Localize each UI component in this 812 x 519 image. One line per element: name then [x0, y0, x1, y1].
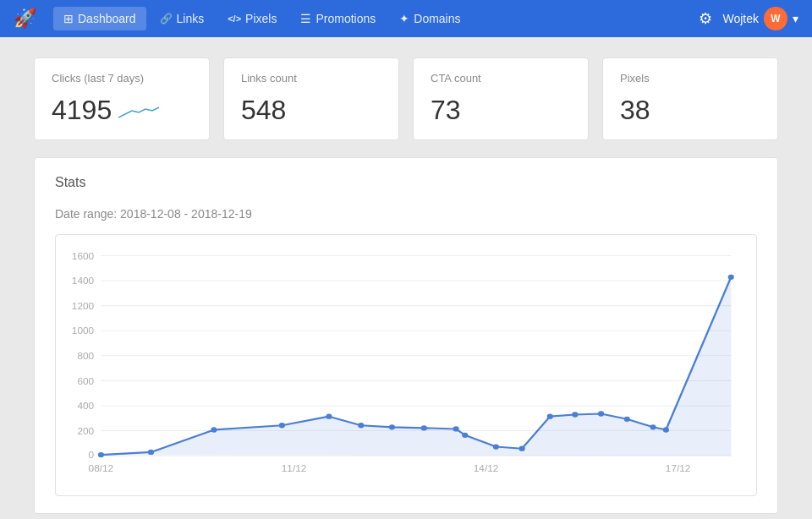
- stat-card-clicks: Clicks (last 7 days) 4195: [34, 57, 210, 140]
- nav-item-pixels[interactable]: </> Pixels: [217, 7, 287, 30]
- svg-text:800: 800: [77, 352, 94, 361]
- svg-point-32: [572, 412, 578, 417]
- sparkline-icon: [118, 102, 161, 119]
- svg-point-37: [728, 275, 734, 280]
- svg-marker-18: [101, 277, 731, 456]
- settings-icon[interactable]: ⚙: [699, 9, 712, 28]
- cta-value: 73: [431, 95, 571, 126]
- svg-text:1000: 1000: [72, 326, 94, 336]
- svg-point-36: [663, 427, 669, 432]
- nav-item-links[interactable]: 🔗 Links: [150, 7, 215, 30]
- chart-container: 1600 1400 1200 1000 800 600 400 200 0: [55, 234, 757, 496]
- cta-label: CTA count: [431, 72, 571, 85]
- stats-section: Stats Date range: 2018-12-08 - 2018-12-1…: [34, 157, 778, 514]
- line-chart: 1600 1400 1200 1000 800 600 400 200 0: [66, 249, 746, 485]
- svg-point-31: [547, 413, 553, 418]
- svg-text:1200: 1200: [72, 301, 94, 310]
- svg-point-34: [624, 417, 630, 422]
- dropdown-chevron-icon: ▾: [793, 12, 798, 25]
- clicks-value: 4195: [52, 95, 192, 126]
- link-icon: 🔗: [160, 13, 173, 25]
- clicks-label: Clicks (last 7 days): [52, 72, 192, 85]
- svg-point-27: [453, 426, 459, 431]
- svg-point-21: [211, 427, 217, 432]
- pixels-icon: </>: [228, 14, 241, 24]
- svg-point-35: [650, 424, 656, 429]
- nav-item-promotions[interactable]: ☰ Promotions: [290, 7, 386, 30]
- dashboard-icon: ⊞: [63, 12, 74, 25]
- svg-text:600: 600: [77, 376, 94, 385]
- svg-point-20: [148, 450, 154, 455]
- nav-item-dashboard[interactable]: ⊞ Dashboard: [53, 7, 146, 30]
- svg-point-33: [598, 411, 604, 416]
- domains-icon: ✦: [399, 12, 409, 25]
- svg-text:14/12: 14/12: [474, 464, 499, 473]
- nav-item-domains[interactable]: ✦ Domains: [389, 7, 470, 30]
- svg-point-30: [519, 446, 525, 451]
- svg-text:11/12: 11/12: [282, 464, 307, 473]
- pixels-value: 38: [620, 95, 760, 126]
- brand-logo[interactable]: 🚀: [14, 8, 36, 30]
- svg-text:200: 200: [77, 426, 94, 435]
- rocket-icon: 🚀: [14, 8, 36, 30]
- svg-text:0: 0: [89, 451, 95, 460]
- svg-text:400: 400: [77, 402, 94, 411]
- stats-cards-row: Clicks (last 7 days) 4195 Links count 54…: [34, 57, 778, 140]
- links-label: Links count: [241, 72, 381, 85]
- avatar: W: [764, 7, 787, 30]
- stats-title: Stats: [55, 175, 757, 190]
- stat-card-cta: CTA count 73: [413, 57, 589, 140]
- svg-text:1400: 1400: [72, 276, 94, 286]
- nav-right: ⚙ Wojtek W ▾: [699, 7, 798, 30]
- nav-links: ⊞ Dashboard 🔗 Links </> Pixels ☰ Promoti…: [53, 7, 699, 30]
- svg-point-26: [421, 425, 427, 430]
- stat-card-links: Links count 548: [223, 57, 399, 140]
- promotions-icon: ☰: [300, 12, 311, 25]
- svg-point-19: [98, 452, 104, 457]
- user-menu[interactable]: Wojtek W ▾: [722, 7, 798, 30]
- svg-point-24: [358, 423, 364, 428]
- links-value: 548: [241, 95, 381, 126]
- date-range: Date range: 2018-12-08 - 2018-12-19: [55, 207, 757, 221]
- svg-point-25: [389, 424, 395, 429]
- svg-point-23: [326, 413, 332, 418]
- svg-point-22: [279, 423, 285, 428]
- username: Wojtek: [722, 12, 759, 25]
- svg-text:08/12: 08/12: [89, 464, 114, 473]
- svg-point-29: [493, 444, 499, 449]
- svg-text:17/12: 17/12: [666, 464, 691, 473]
- pixels-label: Pixels: [620, 72, 760, 85]
- stat-card-pixels: Pixels 38: [602, 57, 778, 140]
- svg-text:1600: 1600: [72, 251, 94, 260]
- navbar: 🚀 ⊞ Dashboard 🔗 Links </> Pixels ☰ Promo…: [0, 0, 812, 37]
- svg-point-28: [462, 433, 468, 438]
- main-content: Clicks (last 7 days) 4195 Links count 54…: [0, 37, 812, 519]
